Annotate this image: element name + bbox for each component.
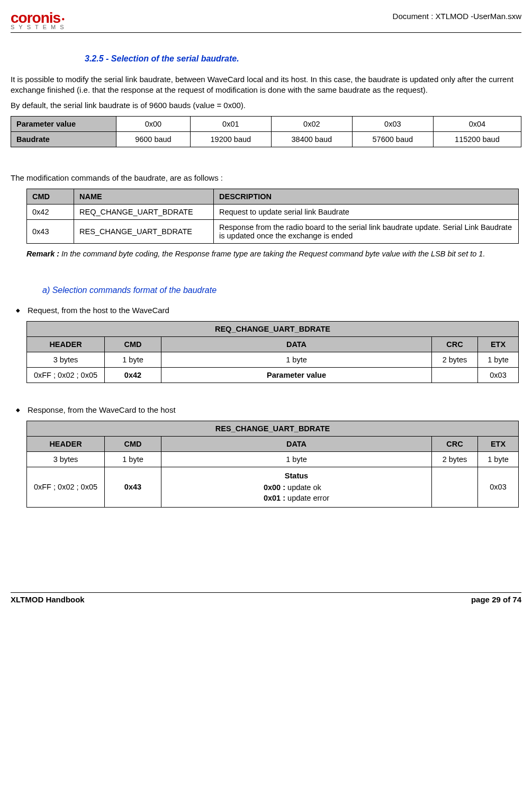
table-title: RES_CHANGE_UART_BDRATE bbox=[27, 421, 519, 436]
table-cell: 0x03 bbox=[478, 367, 519, 383]
subsection-heading: a) Selection commands format of the baud… bbox=[42, 286, 521, 295]
footer-left: XLTMOD Handbook bbox=[11, 595, 85, 604]
table-cell: 115200 baud bbox=[433, 131, 521, 147]
document-title: Document : XTLMOD -UserMan.sxw bbox=[393, 11, 521, 21]
request-frame-table: REQ_CHANGE_UART_BDRATE HEADER CMD DATA C… bbox=[26, 321, 519, 383]
bullet-response: Response, from the WaveCard to the host bbox=[16, 405, 521, 414]
bullet-request: Request, from the host to the WaveCard bbox=[16, 306, 521, 315]
table-header: DATA bbox=[161, 336, 432, 352]
table-header: HEADER bbox=[27, 336, 105, 352]
command-table: CMD NAME DESCRIPTION 0x42 REQ_CHANGE_UAR… bbox=[26, 189, 519, 244]
logo-text-top: coronis● bbox=[11, 11, 68, 25]
remark-label: Remark : bbox=[26, 250, 59, 258]
baudrate-value-table: Parameter value 0x00 0x01 0x02 0x03 0x04… bbox=[11, 116, 521, 147]
page-footer: XLTMOD Handbook page 29 of 74 bbox=[11, 592, 521, 604]
table-header: CRC bbox=[432, 336, 478, 352]
table-cell: 2 bytes bbox=[432, 352, 478, 367]
paragraph: It is possible to modify the serial link… bbox=[11, 74, 521, 96]
table-cell bbox=[432, 367, 478, 383]
table-cell: 2 bytes bbox=[432, 451, 478, 467]
table-cell: 0x42 bbox=[105, 367, 161, 383]
table-cell: 1 byte bbox=[105, 451, 161, 467]
table-cell: 0x43 bbox=[105, 467, 161, 507]
logo-text-bottom: SYSTEMS bbox=[11, 24, 68, 30]
table-cell: 0x01 bbox=[190, 116, 271, 131]
logo: coronis● SYSTEMS bbox=[11, 11, 68, 30]
table-cell: 9600 baud bbox=[116, 131, 191, 147]
table-cell: 19200 baud bbox=[190, 131, 271, 147]
table-header: CMD bbox=[27, 189, 74, 205]
table-cell bbox=[432, 467, 478, 507]
response-frame-table: RES_CHANGE_UART_BDRATE HEADER CMD DATA C… bbox=[26, 421, 519, 508]
table-title: REQ_CHANGE_UART_BDRATE bbox=[27, 321, 519, 336]
table-cell: 0xFF ; 0x02 ; 0x05 bbox=[27, 367, 105, 383]
table-header: CRC bbox=[432, 436, 478, 451]
table-header: ETX bbox=[478, 436, 519, 451]
table-cell: 0x02 bbox=[271, 116, 352, 131]
footer-right: page 29 of 74 bbox=[471, 595, 521, 604]
remark-text: Remark : In the command byte coding, the… bbox=[26, 249, 521, 259]
table-cell: 1 byte bbox=[478, 451, 519, 467]
page-header: coronis● SYSTEMS Document : XTLMOD -User… bbox=[11, 11, 521, 33]
table-cell: REQ_CHANGE_UART_BDRATE bbox=[74, 205, 214, 220]
status-title: Status bbox=[285, 472, 308, 480]
table-cell: 0x04 bbox=[433, 116, 521, 131]
table-header: DATA bbox=[161, 436, 432, 451]
table-header: HEADER bbox=[27, 436, 105, 451]
table-cell: 0x03 bbox=[478, 467, 519, 507]
table-header: CMD bbox=[105, 336, 161, 352]
paragraph: The modification commands of the baudrat… bbox=[11, 173, 521, 183]
table-cell: RES_CHANGE_UART_BDRATE bbox=[74, 220, 214, 244]
table-cell: 0x42 bbox=[27, 205, 74, 220]
table-cell: Response from the radio board to the ser… bbox=[214, 220, 519, 244]
table-header: NAME bbox=[74, 189, 214, 205]
table-cell: 1 byte bbox=[105, 352, 161, 367]
table-cell: 1 byte bbox=[161, 451, 432, 467]
table-cell: 1 byte bbox=[161, 352, 432, 367]
table-cell: 3 bytes bbox=[27, 451, 105, 467]
table-cell: 38400 baud bbox=[271, 131, 352, 147]
table-cell: 57600 baud bbox=[352, 131, 433, 147]
table-cell: 3 bytes bbox=[27, 352, 105, 367]
table-cell: 1 byte bbox=[478, 352, 519, 367]
table-cell: Parameter value bbox=[161, 367, 432, 383]
table-header: Baudrate bbox=[11, 131, 116, 147]
section-heading: 3.2.5 - Selection of the serial baudrate… bbox=[85, 54, 521, 64]
table-header: ETX bbox=[478, 336, 519, 352]
table-cell: 0x00 bbox=[116, 116, 191, 131]
table-header: DESCRIPTION bbox=[214, 189, 519, 205]
table-cell: 0x03 bbox=[352, 116, 433, 131]
table-header: CMD bbox=[105, 436, 161, 451]
table-cell: Request to update serial link Baudrate bbox=[214, 205, 519, 220]
table-header: Parameter value bbox=[11, 116, 116, 131]
table-cell: 0xFF ; 0x02 ; 0x05 bbox=[27, 467, 105, 507]
remark-body: In the command byte coding, the Response… bbox=[59, 250, 485, 258]
table-cell-status: Status 0x00 : update ok 0x01 : update er… bbox=[161, 467, 432, 507]
table-cell: 0x43 bbox=[27, 220, 74, 244]
paragraph: By default, the serial link baudrate is … bbox=[11, 100, 521, 111]
